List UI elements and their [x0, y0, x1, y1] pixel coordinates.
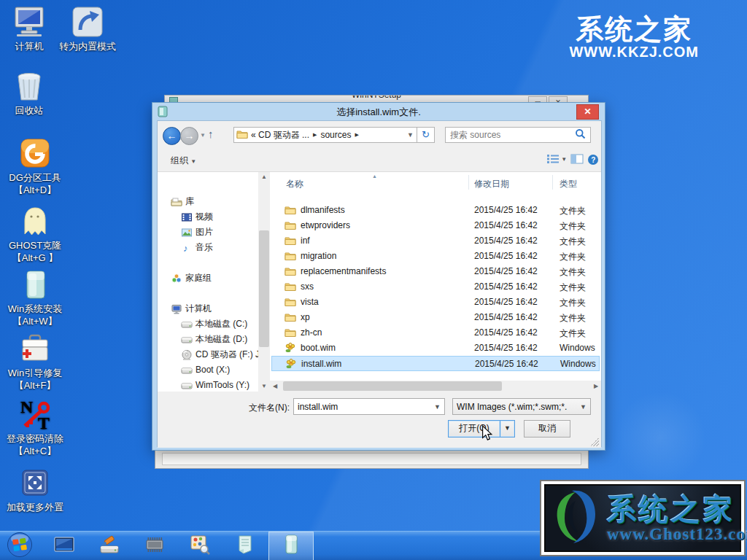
command-toolbar: 组织 ▼ ▼ ?	[158, 149, 601, 172]
organize-menu[interactable]: 组织 ▼	[171, 155, 196, 167]
desktop-preview-icon	[53, 534, 75, 558]
logo-title: 系统之家	[607, 493, 747, 525]
desktop-icon-9[interactable]: 加载更多外置	[0, 467, 70, 513]
file-row-boot.wim[interactable]: boot.wim 2015/4/25 16:42 Windows	[271, 341, 600, 356]
change-view-button[interactable]: ▼	[546, 154, 567, 167]
back-button[interactable]: ←	[163, 127, 181, 145]
preview-pane-button[interactable]	[570, 154, 584, 167]
desktop-icon-5[interactable]: GHOST克隆【Alt+G 】	[0, 205, 70, 264]
taskbar-ram-tool[interactable]	[139, 532, 171, 560]
start-button[interactable]	[6, 532, 34, 560]
chevron-down-icon[interactable]: ▼	[430, 403, 444, 411]
folder-icon	[236, 128, 248, 142]
open-split-arrow-icon[interactable]: ▼	[500, 420, 515, 438]
nav-scrollbar[interactable]: ▲ ▼	[258, 172, 270, 392]
chevron-down-icon: ▼	[190, 158, 196, 165]
search-icon[interactable]	[575, 128, 586, 141]
nav-item-本地磁盘-(D:)[interactable]: 本地磁盘 (D:)	[158, 332, 258, 347]
dialog-titlebar[interactable]: 选择install.wim文件. ✕	[152, 103, 605, 120]
help-button[interactable]: ?	[587, 154, 599, 168]
nav-item-计算机[interactable]: 计算机	[158, 301, 258, 316]
column-name[interactable]: 名称	[286, 178, 303, 190]
nav-item-本地磁盘-(C:)[interactable]: 本地磁盘 (C:)	[158, 316, 258, 332]
desktop-icon-3[interactable]: 回收站	[0, 70, 58, 117]
address-dropdown-icon[interactable]: ▼	[407, 131, 414, 139]
scroll-up-icon[interactable]: ▲	[258, 172, 270, 182]
filename-label: 文件名(N):	[238, 402, 290, 414]
nav-item-label: 本地磁盘 (C:)	[196, 319, 247, 329]
nav-item-家庭组[interactable]: 家庭组	[158, 271, 258, 286]
dg-partition-icon	[0, 137, 70, 169]
desktop-icon-2[interactable]: 转为内置模式	[50, 6, 125, 52]
file-date: 2015/4/25 16:42	[474, 297, 538, 307]
nav-item-图片[interactable]: 图片	[158, 225, 258, 240]
list-header[interactable]: ▲ 名称 修改日期 类型	[270, 174, 601, 191]
taskbar-paint-tool[interactable]	[184, 532, 216, 560]
nav-item-WimTools-(Y:)[interactable]: WimTools (Y:)	[158, 378, 258, 393]
taskbar-disk-tool[interactable]	[93, 532, 125, 560]
file-row-install.wim[interactable]: install.wim 2015/4/25 16:42 Windows	[271, 356, 600, 371]
nav-item-视频[interactable]: 视频	[158, 209, 258, 225]
file-row-replacementmanifests[interactable]: replacementmanifests 2015/4/25 16:42 文件夹	[271, 264, 600, 279]
breadcrumb-arrow-icon: ▶	[355, 132, 358, 138]
close-icon[interactable]: ✕	[576, 104, 599, 120]
start-orb-icon	[7, 532, 33, 560]
scroll-down-icon[interactable]: ▼	[258, 381, 270, 392]
file-row-vista[interactable]: vista 2015/4/25 16:42 文件夹	[271, 295, 600, 310]
nav-item-CD-驱动器-(F:)-J[interactable]: CD 驱动器 (F:) J	[158, 347, 258, 362]
desktop-icon-8[interactable]: NT 登录密码清除【Alt+C】	[0, 398, 70, 457]
chevron-down-icon[interactable]: ▼	[576, 403, 590, 411]
breadcrumb[interactable]: « CD 驱动器 ...	[251, 129, 309, 141]
up-button[interactable]: ↑	[208, 128, 214, 140]
file-row-migration[interactable]: migration 2015/4/25 16:42 文件夹	[271, 249, 600, 264]
taskbar-winntsetup[interactable]	[268, 532, 314, 560]
desktop-icon-4[interactable]: DG分区工具【Alt+D】	[0, 137, 70, 196]
scroll-right-icon[interactable]: ▶	[591, 381, 601, 392]
taskbar-show-desktop[interactable]	[48, 532, 80, 560]
cancel-button[interactable]: 取消	[524, 420, 570, 438]
file-name: inf	[301, 236, 310, 246]
breadcrumb-segment[interactable]: sources	[320, 130, 351, 140]
resize-grip[interactable]	[590, 438, 599, 446]
column-type[interactable]: 类型	[560, 178, 577, 190]
file-list: ▲ 名称 修改日期 类型 dlmanifests 2015/4/25 16:42…	[270, 172, 601, 392]
desktop-icon-7[interactable]: Win引导修复【Alt+F】	[0, 332, 70, 392]
column-divider[interactable]	[468, 175, 469, 190]
horizontal-scrollbar[interactable]: ◀ ▶	[270, 381, 601, 392]
filetype-filter-select[interactable]: WIM Images (*.wim;*.swm;*. ▼	[452, 398, 591, 415]
folder-icon	[285, 265, 296, 279]
address-bar[interactable]: « CD 驱动器 ... ▶ sources ▶ ▼	[233, 127, 417, 143]
scroll-left-icon[interactable]: ◀	[270, 381, 280, 392]
nav-item-库[interactable]: 库	[158, 194, 258, 209]
watermark: 系统之家 WWW.KKZJ.COM	[569, 15, 699, 61]
taskbar-notepad[interactable]	[229, 532, 261, 560]
column-date[interactable]: 修改日期	[474, 178, 509, 190]
swirl-logo-icon	[550, 486, 601, 551]
file-row-etwproviders[interactable]: etwproviders 2015/4/25 16:42 文件夹	[271, 218, 600, 233]
filename-input[interactable]: install.wim ▼	[293, 398, 445, 415]
file-row-xp[interactable]: xp 2015/4/25 16:42 文件夹	[271, 310, 600, 325]
column-divider[interactable]	[552, 175, 553, 190]
search-input[interactable]: 搜索 sources	[445, 127, 591, 143]
scrollbar-thumb[interactable]	[283, 381, 502, 391]
file-row-dlmanifests[interactable]: dlmanifests 2015/4/25 16:42 文件夹	[271, 203, 600, 218]
refresh-button[interactable]: ↻	[417, 127, 435, 143]
wim-icon	[285, 358, 297, 372]
file-row-zh-cn[interactable]: zh-cn 2015/4/25 16:42 文件夹	[271, 325, 600, 341]
file-type: 文件夹	[560, 327, 586, 340]
file-date: 2015/4/25 16:42	[474, 312, 538, 322]
desktop-icon-6[interactable]: Win系统安装【Alt+W】	[0, 268, 70, 327]
file-type: 文件夹	[560, 205, 586, 217]
nav-item-音乐[interactable]: ♪ 音乐	[158, 240, 258, 255]
file-row-sxs[interactable]: sxs 2015/4/25 16:42 文件夹	[271, 279, 600, 295]
scrollbar-thumb[interactable]	[259, 230, 269, 347]
file-name: dlmanifests	[301, 205, 345, 215]
nav-item-Boot-(X:)[interactable]: Boot (X:)	[158, 362, 258, 378]
file-row-inf[interactable]: inf 2015/4/25 16:42 文件夹	[271, 233, 600, 249]
shortcut-arrow-icon	[50, 6, 125, 38]
file-date: 2015/4/25 16:42	[475, 359, 538, 369]
forward-button[interactable]: →	[180, 127, 198, 145]
wim-icon	[285, 342, 296, 356]
desktop-icon-label: Win系统安装【Alt+W】	[0, 303, 70, 327]
history-dropdown-icon[interactable]: ▼	[200, 132, 206, 139]
